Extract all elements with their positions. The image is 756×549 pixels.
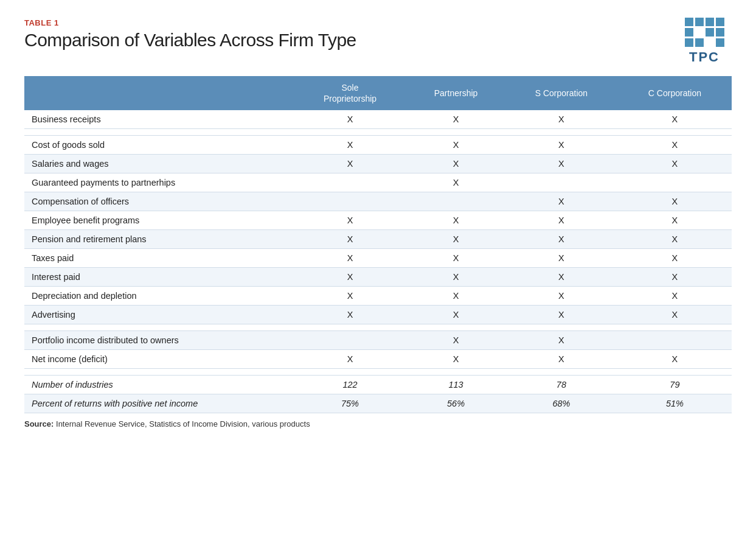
cell-value-sole <box>293 331 407 350</box>
source-label: Source: <box>24 419 54 428</box>
table-spacer-row <box>24 324 732 331</box>
spacer-cell <box>24 369 293 376</box>
cell-value-sole: 75% <box>293 394 407 413</box>
col-header-sole: SoleProprietorship <box>293 76 407 110</box>
spacer-cell <box>618 324 732 331</box>
cell-value-partnership: X <box>407 230 505 249</box>
source-text: Internal Revenue Service, Statistics of … <box>54 419 310 428</box>
cell-value-c_corp: X <box>618 110 732 129</box>
row-label: Depreciation and depletion <box>24 287 293 306</box>
cell-value-sole: X <box>293 136 407 155</box>
table-row: Interest paidXXXX <box>24 268 732 287</box>
table-row: Depreciation and depletionXXXX <box>24 287 732 306</box>
tpc-logo: TPC <box>677 18 732 64</box>
cell-value-sole: X <box>293 268 407 287</box>
cell-value-c_corp: X <box>618 192 732 211</box>
table-row: Business receiptsXXXX <box>24 110 732 129</box>
spacer-cell <box>505 324 618 331</box>
cell-value-s_corp: X <box>505 350 618 369</box>
row-label: Cost of goods sold <box>24 136 293 155</box>
cell-value-partnership: X <box>407 211 505 230</box>
table-row: AdvertisingXXXX <box>24 306 732 324</box>
cell-value-sole: X <box>293 249 407 268</box>
table-row: Percent of returns with positive net inc… <box>24 394 732 413</box>
cell-value-sole <box>293 192 407 211</box>
tpc-grid-cell <box>706 18 714 26</box>
source-line: Source: Internal Revenue Service, Statis… <box>24 419 732 428</box>
table-row: Compensation of officersXX <box>24 192 732 211</box>
spacer-cell <box>24 129 293 136</box>
tpc-logo-text: TPC <box>689 49 720 65</box>
cell-value-c_corp: X <box>618 287 732 306</box>
table-row: Pension and retirement plansXXXX <box>24 230 732 249</box>
cell-value-s_corp: X <box>505 110 618 129</box>
tpc-grid-cell-empty <box>706 38 714 47</box>
table-header-row: SoleProprietorship Partnership S Corpora… <box>24 76 732 110</box>
table-row: Guaranteed payments to partnerhipsX <box>24 173 732 192</box>
row-label: Salaries and wages <box>24 155 293 173</box>
cell-value-partnership: X <box>407 136 505 155</box>
cell-value-partnership: X <box>407 110 505 129</box>
spacer-cell <box>293 129 407 136</box>
tpc-grid-cell-empty <box>695 28 704 37</box>
tpc-grid-cell <box>716 28 724 37</box>
cell-value-c_corp <box>618 173 732 192</box>
cell-value-s_corp: X <box>505 155 618 173</box>
cell-value-sole: X <box>293 110 407 129</box>
cell-value-partnership: X <box>407 331 505 350</box>
cell-value-partnership: X <box>407 350 505 369</box>
cell-value-sole: X <box>293 230 407 249</box>
cell-value-c_corp: X <box>618 249 732 268</box>
table-row: Net income (deficit)XXXX <box>24 350 732 369</box>
tpc-grid-cell <box>716 18 724 26</box>
cell-value-s_corp: X <box>505 268 618 287</box>
cell-value-sole: X <box>293 350 407 369</box>
cell-value-sole <box>293 173 407 192</box>
col-header-s-corp: S Corporation <box>505 76 618 110</box>
col-header-partnership: Partnership <box>407 76 505 110</box>
cell-value-partnership: X <box>407 287 505 306</box>
spacer-cell <box>24 324 293 331</box>
col-header-label <box>24 76 293 110</box>
row-label: Advertising <box>24 306 293 324</box>
table-row: Number of industries1221137879 <box>24 376 732 394</box>
tpc-grid-cell <box>695 18 704 26</box>
cell-value-partnership: X <box>407 306 505 324</box>
cell-value-s_corp: X <box>505 192 618 211</box>
table-row: Employee benefit programsXXXX <box>24 211 732 230</box>
cell-value-s_corp: X <box>505 136 618 155</box>
table-row: Portfolio income distributed to ownersXX <box>24 331 732 350</box>
cell-value-partnership <box>407 192 505 211</box>
cell-value-sole: X <box>293 287 407 306</box>
spacer-cell <box>293 324 407 331</box>
spacer-cell <box>505 369 618 376</box>
tpc-grid-cell <box>685 18 693 26</box>
comparison-table: SoleProprietorship Partnership S Corpora… <box>24 76 732 413</box>
spacer-cell <box>505 129 618 136</box>
cell-value-sole: X <box>293 211 407 230</box>
row-label: Portfolio income distributed to owners <box>24 331 293 350</box>
cell-value-partnership: X <box>407 173 505 192</box>
spacer-cell <box>618 129 732 136</box>
cell-value-partnership: X <box>407 155 505 173</box>
cell-value-s_corp: 78 <box>505 376 618 394</box>
table-spacer-row <box>24 129 732 136</box>
cell-value-c_corp <box>618 331 732 350</box>
cell-value-partnership: X <box>407 249 505 268</box>
table-row: Salaries and wagesXXXX <box>24 155 732 173</box>
row-label: Taxes paid <box>24 249 293 268</box>
header-section: TABLE 1 Comparison of Variables Across F… <box>24 18 732 64</box>
spacer-cell <box>407 369 505 376</box>
table-spacer-row <box>24 369 732 376</box>
row-label: Business receipts <box>24 110 293 129</box>
tpc-logo-grid <box>685 18 724 47</box>
cell-value-c_corp: X <box>618 155 732 173</box>
cell-value-c_corp: 51% <box>618 394 732 413</box>
cell-value-s_corp: X <box>505 331 618 350</box>
cell-value-s_corp: X <box>505 306 618 324</box>
cell-value-s_corp: X <box>505 211 618 230</box>
row-label: Percent of returns with positive net inc… <box>24 394 293 413</box>
cell-value-sole: 122 <box>293 376 407 394</box>
tpc-grid-cell <box>706 28 714 37</box>
tpc-grid-cell <box>685 28 693 37</box>
